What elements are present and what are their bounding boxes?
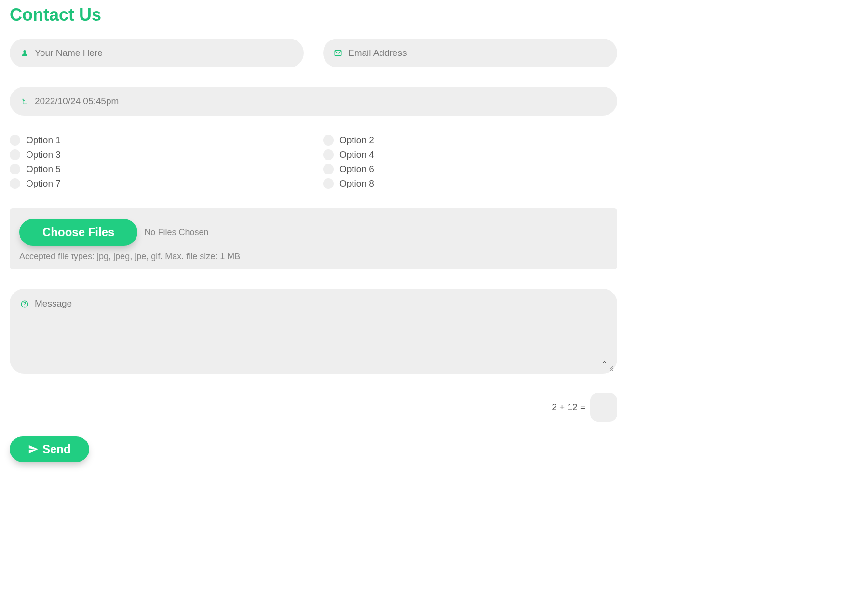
- svg-point-3: [24, 306, 25, 306]
- email-field-wrapper: [323, 39, 617, 67]
- mail-icon: [334, 49, 342, 57]
- name-email-row: [10, 39, 617, 67]
- checkbox-label: Option 3: [26, 149, 61, 160]
- checkbox-indicator: [10, 178, 20, 189]
- checkbox-label: Option 6: [339, 164, 374, 174]
- datetime-input[interactable]: [29, 87, 607, 116]
- checkbox-option-1[interactable]: Option 1: [10, 135, 304, 146]
- checkbox-indicator: [323, 164, 334, 174]
- datetime-field-wrapper: [10, 87, 617, 116]
- submit-row: Send: [10, 436, 617, 462]
- captcha-question: 2 + 12 =: [552, 402, 585, 413]
- checkbox-label: Option 8: [339, 178, 374, 189]
- datetime-icon: [20, 97, 29, 106]
- message-field-wrapper: [10, 289, 617, 374]
- paper-plane-icon: [28, 444, 39, 455]
- choose-files-button[interactable]: Choose Files: [19, 219, 137, 246]
- checkbox-option-2[interactable]: Option 2: [323, 135, 617, 146]
- checkbox-indicator: [323, 178, 334, 189]
- name-field-wrapper: [10, 39, 304, 67]
- checkbox-group: Option 1 Option 2 Option 3 Option 4 Opti…: [10, 135, 617, 189]
- send-button-label: Send: [42, 442, 71, 456]
- checkbox-label: Option 7: [26, 178, 61, 189]
- checkbox-label: Option 5: [26, 164, 61, 174]
- checkbox-option-3[interactable]: Option 3: [10, 149, 304, 160]
- file-hint: Accepted file types: jpg, jpeg, jpe, gif…: [19, 252, 608, 262]
- captcha-input[interactable]: [590, 393, 617, 422]
- name-input[interactable]: [29, 39, 293, 67]
- message-textarea[interactable]: [29, 298, 607, 364]
- user-icon: [20, 49, 29, 57]
- checkbox-option-8[interactable]: Option 8: [323, 178, 617, 189]
- datetime-row: [10, 87, 617, 116]
- file-upload-row: Choose Files No Files Chosen: [19, 219, 608, 246]
- resize-handle-icon: [608, 365, 614, 372]
- checkbox-option-4[interactable]: Option 4: [323, 149, 617, 160]
- checkbox-indicator: [10, 164, 20, 174]
- checkbox-label: Option 2: [339, 135, 374, 146]
- captcha-row: 2 + 12 =: [10, 393, 617, 422]
- svg-point-0: [23, 50, 26, 53]
- checkbox-indicator: [10, 149, 20, 160]
- checkbox-option-7[interactable]: Option 7: [10, 178, 304, 189]
- checkbox-indicator: [323, 149, 334, 160]
- checkbox-option-5[interactable]: Option 5: [10, 164, 304, 174]
- email-input[interactable]: [342, 39, 607, 67]
- file-upload-section: Choose Files No Files Chosen Accepted fi…: [10, 208, 617, 269]
- checkbox-option-6[interactable]: Option 6: [323, 164, 617, 174]
- file-status: No Files Chosen: [144, 227, 208, 238]
- contact-form: Option 1 Option 2 Option 3 Option 4 Opti…: [10, 39, 617, 462]
- question-circle-icon: [20, 300, 29, 308]
- checkbox-label: Option 1: [26, 135, 61, 146]
- checkbox-indicator: [10, 135, 20, 146]
- send-button[interactable]: Send: [10, 436, 89, 462]
- checkbox-indicator: [323, 135, 334, 146]
- checkbox-label: Option 4: [339, 149, 374, 160]
- page-title: Contact Us: [10, 5, 617, 25]
